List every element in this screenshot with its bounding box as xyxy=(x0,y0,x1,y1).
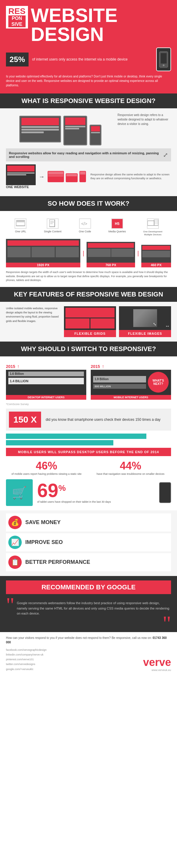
verve-logo: verve xyxy=(143,656,171,669)
resize-text: Responsive websites allow for easy readi… xyxy=(9,151,160,158)
devices-icon xyxy=(147,218,159,229)
recommended-header: RECOMMENDED BY GOOGLE xyxy=(6,581,171,594)
quote-close-icon: " xyxy=(6,619,171,628)
bp-1920-label: 1920 PX xyxy=(6,262,80,267)
mobile-year-text: 2015 xyxy=(91,364,100,369)
icon-one-code: </> One Code xyxy=(79,218,91,236)
benefit-improve-seo: 📈 IMPROVE SEO xyxy=(6,533,171,551)
pon-text: PON xyxy=(8,16,26,21)
pct-44: 44% have that navigation was troublesome… xyxy=(90,460,171,476)
svg-point-2 xyxy=(163,64,165,66)
arrow-right-icon: → xyxy=(39,173,45,180)
pct-46-desc: of mobile users report having problems v… xyxy=(6,472,87,476)
percent-badge: 25% xyxy=(6,53,29,66)
call-text: How can your visitors respond to you if … xyxy=(6,636,171,645)
code-icon: </> xyxy=(79,218,91,229)
pct-69-desc: of tablet users have shopped on their ta… xyxy=(37,500,111,504)
desktop-year: 2015 ↑ xyxy=(6,364,86,369)
verve-url: www.verveuk.eu xyxy=(143,669,171,672)
hero-percent-desc: of internet users only access the intern… xyxy=(32,57,153,62)
save-money-label: SAVE MONEY xyxy=(25,519,61,526)
why-switch-header: WHY SHOULD I SWITCH TO RESPONSIVE? xyxy=(0,342,177,356)
surpass-bar: MOBILE USERS WILL SURPASS DESKTOP USERS … xyxy=(6,448,171,456)
shopping-cart-icon: 🛒 xyxy=(6,479,33,506)
pct-69-num: 69 xyxy=(37,481,58,500)
how-works-desc: Responsive design targets the width of e… xyxy=(6,270,171,282)
desktop-label: DESKTOP INTERNET USERS xyxy=(6,395,86,400)
icon-devices: One DevelopmentMultiple Devices xyxy=(143,218,162,236)
svg-rect-5 xyxy=(49,220,55,227)
benefit-save-money: 💰 SAVE MONEY xyxy=(6,514,171,531)
better-performance-icon: 📋 xyxy=(8,556,22,569)
footnote: *ComScore Survey xyxy=(6,403,171,406)
title-line2: DESIGN xyxy=(31,25,118,44)
flexible-images-label: FLEXIBLE IMAGES xyxy=(121,332,169,335)
res-text: RES xyxy=(8,7,26,16)
what-is-section: Responsive web design refers to a websit… xyxy=(0,108,177,196)
desktop-stats: 2015 ↑ 1.6 Billion 1.4 BILLION DESKTOP I… xyxy=(6,364,86,400)
progress-bar-1 xyxy=(6,434,146,439)
up-arrow-desktop-icon: ↑ xyxy=(17,364,19,369)
desktop-2014-bar: 1.4 BILLION xyxy=(8,378,84,384)
url-icon xyxy=(15,218,26,229)
how-works-section: One URL Single Content </> One Code xyxy=(0,211,177,287)
why-switch-section: 2015 ↑ 1.6 Billion 1.4 BILLION DESKTOP I… xyxy=(0,356,177,511)
icon-media-queries: H5 Media Queries xyxy=(108,218,126,236)
one-website-label: ONE WEBSITE xyxy=(6,185,36,189)
mobile-stats: 2015 ↑ 1.9 Billion 800 MILLION WHAT'S NE… xyxy=(91,364,171,400)
how-works-header: SO HOW DOES IT WORK? xyxy=(0,196,177,211)
desktop-year-text: 2015 xyxy=(6,364,15,369)
times-badge: 150 X xyxy=(9,412,41,428)
desktop-2015-bar: 1.6 Billion xyxy=(8,372,84,376)
pct-69-pct: % xyxy=(58,484,66,493)
svg-rect-12 xyxy=(154,220,158,224)
flexible-grids-label: FLEXIBLE GRIDS xyxy=(66,332,114,335)
one-dev-label: One DevelopmentMultiple Devices xyxy=(143,230,162,236)
save-money-icon: 💰 xyxy=(8,516,22,529)
improve-seo-label: IMPROVE SEO xyxy=(25,539,63,546)
better-performance-label: BETTER PERFORMANCE xyxy=(25,559,90,565)
bp-768-label: 768 PX xyxy=(86,262,135,267)
phone-visual xyxy=(159,482,171,503)
resize-arrows-icon: ⤢ xyxy=(163,151,168,158)
svg-rect-4 xyxy=(16,220,25,222)
footer-section: How can your visitors respond to you if … xyxy=(0,632,177,675)
mobile-device-icon xyxy=(156,48,171,71)
times-desc: did you know that smartphone users check… xyxy=(46,417,168,422)
mobile-2015-bar: 1.9 Billion xyxy=(93,376,146,382)
pct-46-num: 46% xyxy=(6,460,87,472)
sive-text: SIVE xyxy=(8,21,26,27)
html5-icon: H5 xyxy=(111,218,123,229)
features-desc: Unlike isolated mobile websites, respons… xyxy=(6,306,59,323)
key-features-section: Unlike isolated mobile websites, respons… xyxy=(0,302,177,342)
pct-46: 46% of mobile users report having proble… xyxy=(6,460,87,476)
title-line1: WEBSITE xyxy=(31,6,118,25)
progress-bar-2 xyxy=(6,440,113,445)
doc-icon xyxy=(47,218,58,229)
pct-44-num: 44% xyxy=(90,460,171,472)
hero-section: RES PON SIVE WEBSITE DESIGN 25% of inter… xyxy=(0,0,177,93)
recommended-section: RECOMMENDED BY GOOGLE " Google recommend… xyxy=(0,576,177,632)
one-website-desc: Responsive design allows the same websit… xyxy=(91,173,171,180)
flexible-grids-feature: FLEXIBLE GRIDS xyxy=(64,306,116,337)
footer-links: facebook.com/vervegraphicdesign linkedin… xyxy=(6,648,47,672)
progress-bars xyxy=(6,434,171,445)
benefits-section: 💰 SAVE MONEY 📈 IMPROVE SEO 📋 BETTER PERF… xyxy=(0,510,177,576)
svg-rect-10 xyxy=(148,221,154,225)
up-arrow-mobile-icon: ↑ xyxy=(102,364,104,369)
quote-text: Google recommends webmasters follow the … xyxy=(17,601,171,616)
flexible-images-feature: ⤡ ↔ FLEXIBLE IMAGES xyxy=(119,306,171,337)
quote-open-icon: " xyxy=(6,598,15,612)
mobile-year: 2015 ↑ xyxy=(91,364,171,369)
svg-rect-1 xyxy=(161,53,167,63)
what-is-desc: Responsive web design refers to a websit… xyxy=(118,113,171,146)
benefit-better-performance: 📋 BETTER PERFORMANCE xyxy=(6,553,171,571)
icon-url: One URL xyxy=(15,218,26,236)
icon-single-content: Single Content xyxy=(44,218,61,236)
res-box: RES PON SIVE xyxy=(6,6,28,29)
what-is-header: WHAT IS RESPONSIVE WEBSITE DESIGN? xyxy=(0,93,177,108)
pct-44-desc: have that navigation was troublesome on … xyxy=(90,472,171,476)
improve-seo-icon: 📈 xyxy=(8,536,22,549)
mobile-2014-bar: 800 MILLION xyxy=(93,384,146,389)
bp-460-label: 460 PX xyxy=(141,262,171,267)
